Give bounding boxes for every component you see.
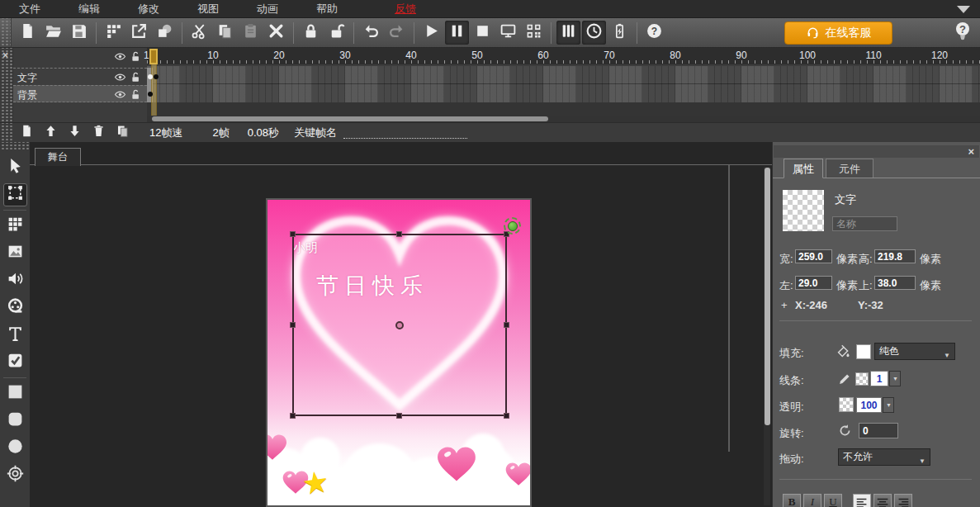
visibility-column-eye-icon[interactable]: [114, 50, 126, 63]
cut-button[interactable]: [187, 21, 211, 45]
fill-color-swatch[interactable]: [856, 344, 871, 359]
tool-image[interactable]: [3, 242, 27, 265]
element-name-input[interactable]: [832, 216, 897, 231]
pencil-icon[interactable]: [838, 372, 852, 386]
rotate-cw-icon[interactable]: [838, 424, 852, 438]
delete-layer-button[interactable]: [88, 125, 108, 141]
keyframe-dot[interactable]: [148, 74, 153, 79]
line-width-input[interactable]: [870, 371, 888, 386]
stage-scrollbar-thumb[interactable]: [765, 168, 770, 425]
align-right-button[interactable]: [894, 494, 912, 507]
tool-select[interactable]: [3, 156, 27, 179]
tool-rounded-rectangle[interactable]: [3, 410, 27, 433]
menu-item[interactable]: 视图: [178, 0, 238, 18]
tool-ellipse[interactable]: [3, 437, 27, 460]
pause-button[interactable]: [445, 21, 469, 45]
shapes-button[interactable]: [153, 21, 177, 45]
keyframe-name-input[interactable]: [343, 127, 467, 139]
move-layer-up-button[interactable]: [40, 125, 60, 141]
stage-canvas[interactable]: ★ 小明 节日快乐: [266, 198, 532, 507]
selection-handle-se[interactable]: [504, 413, 509, 419]
playhead[interactable]: [149, 49, 158, 64]
export-button[interactable]: [127, 21, 151, 45]
height-input[interactable]: [874, 249, 916, 263]
opacity-swatch[interactable]: [839, 397, 854, 412]
menu-item[interactable]: 文件: [0, 0, 59, 18]
top-input[interactable]: [874, 276, 916, 290]
clock-button[interactable]: [582, 21, 606, 45]
line-color-swatch[interactable]: [855, 372, 869, 386]
panel-columns-button[interactable]: [556, 21, 580, 45]
opacity-spinner[interactable]: [883, 397, 894, 413]
save-file-button[interactable]: [67, 21, 91, 45]
layer-visibility-toggle[interactable]: [114, 71, 126, 83]
underline-button[interactable]: U: [824, 494, 842, 507]
selection-center-pivot[interactable]: [395, 321, 404, 329]
delete-button[interactable]: [264, 21, 288, 45]
frame-ruler[interactable]: 102030405060708090100110120: [147, 48, 980, 64]
stage-vertical-scrollbar[interactable]: [764, 167, 770, 505]
selection-handle-nw[interactable]: [290, 231, 296, 237]
tool-transform[interactable]: [3, 183, 27, 206]
play-button[interactable]: [419, 21, 443, 45]
fill-type-select[interactable]: 纯色: [874, 343, 955, 360]
paint-bucket-icon[interactable]: [836, 344, 850, 358]
width-input[interactable]: [795, 249, 832, 263]
tool-video[interactable]: [3, 296, 27, 320]
rotation-handle[interactable]: [508, 221, 518, 231]
tool-components[interactable]: [3, 215, 27, 238]
layer-lock-toggle[interactable]: [130, 88, 142, 101]
stop-button[interactable]: [471, 21, 495, 45]
layer-visibility-toggle[interactable]: [114, 88, 126, 101]
tab-stage[interactable]: 舞台: [35, 148, 81, 166]
drag-select[interactable]: 不允许: [838, 448, 930, 466]
new-file-button[interactable]: [16, 21, 40, 45]
timeline-drag-handle[interactable]: ×: [0, 48, 13, 122]
timeline-scrollbar-thumb[interactable]: [152, 116, 548, 121]
tool-checkbox[interactable]: [3, 351, 27, 374]
tool-target[interactable]: [3, 464, 27, 487]
tool-rectangle[interactable]: [3, 382, 27, 405]
selection-handle-s[interactable]: [396, 413, 402, 419]
menu-item[interactable]: 动画: [238, 0, 297, 18]
menu-item[interactable]: 编辑: [59, 0, 119, 18]
unlock-button[interactable]: [324, 21, 348, 45]
tips-bulb-icon[interactable]: ?: [954, 21, 972, 45]
selection-handle-e[interactable]: [504, 322, 509, 328]
rotation-input[interactable]: [859, 423, 898, 438]
opacity-input[interactable]: [856, 397, 882, 413]
paste-button[interactable]: [239, 21, 263, 45]
frames-grid[interactable]: [147, 66, 980, 102]
line-width-spinner[interactable]: [889, 371, 901, 386]
timeline-scrollbar[interactable]: [147, 116, 980, 122]
italic-button[interactable]: I: [803, 494, 821, 507]
layer-row-text[interactable]: 文字: [13, 68, 147, 85]
panel-close-icon[interactable]: ×: [968, 145, 974, 158]
undo-button[interactable]: [359, 21, 383, 45]
preview-monitor-button[interactable]: [496, 21, 520, 45]
move-layer-down-button[interactable]: [64, 125, 84, 141]
online-service-button[interactable]: 在线客服: [784, 21, 892, 45]
menu-item-feedback[interactable]: 反馈: [395, 2, 416, 17]
layer-lock-toggle[interactable]: [130, 71, 142, 83]
left-input[interactable]: [795, 276, 832, 290]
tool-audio[interactable]: [3, 269, 27, 292]
qr-code-button[interactable]: [522, 21, 546, 45]
tab-properties[interactable]: 属性: [784, 159, 823, 178]
help-button[interactable]: ?: [642, 21, 666, 45]
keyframe-dot[interactable]: [154, 74, 159, 79]
menu-collapse-icon[interactable]: [957, 6, 970, 13]
copy-layer-button[interactable]: [112, 125, 132, 141]
tab-components[interactable]: 元件: [826, 159, 873, 178]
bold-button[interactable]: B: [783, 494, 801, 507]
copy-button[interactable]: [213, 21, 237, 45]
keyframe-dot[interactable]: [148, 92, 153, 97]
lock-button[interactable]: [299, 21, 323, 45]
blocks-button[interactable]: [102, 21, 125, 45]
lock-column-lock-icon[interactable]: [130, 50, 142, 63]
toolbar-drag-handle[interactable]: [0, 18, 12, 47]
tool-text[interactable]: [3, 324, 27, 347]
selection-handle-w[interactable]: [290, 322, 296, 328]
battery-button[interactable]: [608, 21, 632, 45]
selection-handle-sw[interactable]: [290, 413, 296, 419]
